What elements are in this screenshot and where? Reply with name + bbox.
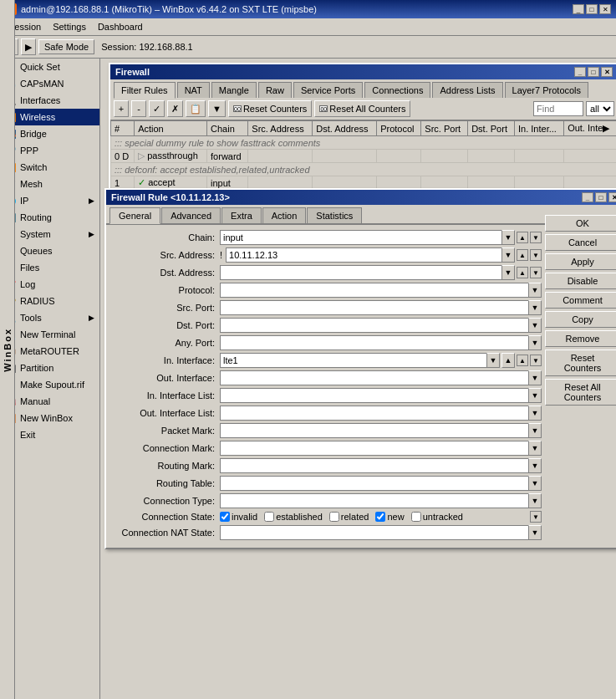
maximize-button[interactable]: □ — [586, 4, 598, 14]
in-interface-list-input[interactable] — [220, 388, 528, 403]
routing-mark-dropdown[interactable]: ▼ — [528, 458, 542, 473]
routing-table-input[interactable] — [220, 476, 528, 491]
firewall-minimize[interactable]: _ — [574, 67, 586, 77]
src-address-input[interactable] — [226, 247, 501, 263]
add-rule-button[interactable]: + — [114, 100, 129, 117]
rule-tab-general[interactable]: General — [109, 207, 160, 224]
tab-connections[interactable]: Connections — [364, 82, 430, 98]
menu-dashboard[interactable]: Dashboard — [93, 20, 148, 33]
in-iface-up[interactable]: ▲ — [517, 355, 528, 366]
sort-button[interactable]: ▼ — [208, 100, 226, 117]
in-iface-down[interactable]: ▼ — [530, 355, 542, 366]
tab-layer7[interactable]: Layer7 Protocols — [505, 82, 589, 98]
menu-settings[interactable]: Settings — [48, 20, 91, 33]
apply-button[interactable]: Apply — [545, 253, 616, 270]
in-interface-select-btn[interactable]: ▲ — [501, 353, 515, 368]
chain-up[interactable]: ▲ — [517, 232, 528, 243]
in-interface-dropdown[interactable]: ▼ — [486, 353, 500, 368]
src-port-input[interactable] — [220, 300, 528, 315]
rule-minimize[interactable]: _ — [582, 192, 593, 202]
chain-dropdown[interactable]: ▼ — [501, 230, 515, 245]
table-row[interactable]: ::: defconf: accept established,related,… — [111, 163, 617, 176]
table-row[interactable]: ::: special dummy rule to show fasttrack… — [111, 136, 617, 150]
protocol-input[interactable] — [220, 283, 528, 298]
in-interface-list-dropdown[interactable]: ▼ — [528, 388, 542, 403]
state-down[interactable]: ▼ — [530, 511, 542, 523]
rule-reset-counters-button[interactable]: Reset Counters — [545, 350, 616, 376]
dst-port-dropdown[interactable]: ▼ — [528, 318, 542, 333]
chain-input[interactable] — [220, 230, 501, 245]
dst-address-input[interactable] — [220, 265, 501, 280]
connection-type-dropdown[interactable]: ▼ — [528, 493, 542, 508]
app-window-controls[interactable]: _ □ ✕ — [573, 4, 611, 14]
invalid-checkbox[interactable] — [220, 512, 230, 522]
disable-button[interactable]: Disable — [545, 273, 616, 289]
table-row[interactable]: 0 D ▷ passthrough forward — [111, 150, 617, 163]
rule-tab-extra[interactable]: Extra — [221, 207, 262, 223]
untracked-checkbox[interactable] — [411, 512, 421, 522]
tab-nat[interactable]: NAT — [177, 82, 210, 98]
close-app-button[interactable]: ✕ — [599, 4, 611, 14]
dst-up[interactable]: ▲ — [517, 267, 528, 278]
ok-button[interactable]: OK — [545, 215, 616, 232]
rule-maximize[interactable]: □ — [595, 192, 607, 202]
established-checkbox[interactable] — [264, 512, 274, 522]
tab-address-lists[interactable]: Address Lists — [432, 82, 502, 98]
out-interface-dropdown[interactable]: ▼ — [528, 370, 542, 385]
delete-rule-button[interactable]: - — [131, 100, 146, 117]
new-checkbox[interactable] — [375, 512, 385, 522]
find-input[interactable] — [533, 101, 583, 116]
packet-mark-dropdown[interactable]: ▼ — [528, 423, 542, 438]
rule-reset-all-counters-button[interactable]: Reset All Counters — [545, 379, 616, 406]
forward-button[interactable]: ▶ — [21, 38, 36, 55]
src-up[interactable]: ▲ — [517, 249, 528, 261]
out-interface-input[interactable] — [220, 370, 528, 385]
any-port-dropdown[interactable]: ▼ — [528, 335, 542, 350]
routing-mark-input[interactable] — [220, 458, 528, 473]
routing-table-dropdown[interactable]: ▼ — [528, 476, 542, 491]
safe-mode-button[interactable]: Safe Mode — [38, 39, 94, 54]
dst-address-dropdown[interactable]: ▼ — [501, 265, 515, 280]
related-checkbox[interactable] — [329, 512, 339, 522]
protocol-dropdown[interactable]: ▼ — [528, 283, 542, 298]
firewall-close[interactable]: ✕ — [601, 67, 613, 77]
packet-mark-input[interactable] — [220, 423, 528, 438]
rule-window-controls[interactable]: _ □ ✕ — [582, 192, 616, 202]
rule-tab-action[interactable]: Action — [262, 207, 307, 223]
find-select[interactable]: all — [586, 101, 614, 116]
copy-rule-button[interactable]: 📋 — [186, 100, 206, 117]
dst-down[interactable]: ▼ — [530, 267, 542, 278]
minimize-button[interactable]: _ — [573, 4, 584, 14]
tab-raw[interactable]: Raw — [258, 82, 292, 98]
chain-down[interactable]: ▼ — [530, 232, 542, 243]
src-down[interactable]: ▼ — [530, 249, 542, 261]
rule-close[interactable]: ✕ — [608, 192, 616, 202]
tab-filter-rules[interactable]: Filter Rules — [114, 82, 176, 99]
out-interface-list-input[interactable] — [220, 406, 528, 421]
comment-button[interactable]: Comment — [545, 292, 616, 309]
tab-service-ports[interactable]: Service Ports — [293, 82, 363, 98]
reset-all-counters-button[interactable]: 00 Reset All Counters — [314, 100, 410, 117]
in-interface-input[interactable] — [220, 353, 486, 368]
connection-nat-state-input[interactable] — [220, 525, 528, 540]
rule-tab-statistics[interactable]: Statistics — [307, 207, 362, 223]
connection-type-input[interactable] — [220, 493, 528, 508]
remove-button[interactable]: Remove — [545, 330, 616, 347]
out-interface-list-dropdown[interactable]: ▼ — [528, 406, 542, 421]
copy-button[interactable]: Copy — [545, 311, 616, 328]
disable-rule-button[interactable]: ✗ — [167, 100, 183, 117]
connection-mark-input[interactable] — [220, 441, 528, 456]
src-address-dropdown[interactable]: ▼ — [501, 247, 515, 263]
tab-mangle[interactable]: Mangle — [211, 82, 257, 98]
dst-port-input[interactable] — [220, 318, 528, 333]
rule-tab-advanced[interactable]: Advanced — [161, 207, 221, 223]
cancel-button[interactable]: Cancel — [545, 234, 616, 251]
src-port-dropdown[interactable]: ▼ — [528, 300, 542, 315]
connection-mark-dropdown[interactable]: ▼ — [528, 441, 542, 456]
any-port-input[interactable] — [220, 335, 528, 350]
firewall-window-controls[interactable]: _ □ ✕ — [574, 67, 613, 77]
connection-nat-state-dropdown[interactable]: ▼ — [528, 525, 542, 540]
firewall-maximize[interactable]: □ — [588, 67, 599, 77]
reset-counters-button[interactable]: 00 Reset Counters — [228, 100, 312, 117]
enable-rule-button[interactable]: ✓ — [149, 100, 165, 117]
